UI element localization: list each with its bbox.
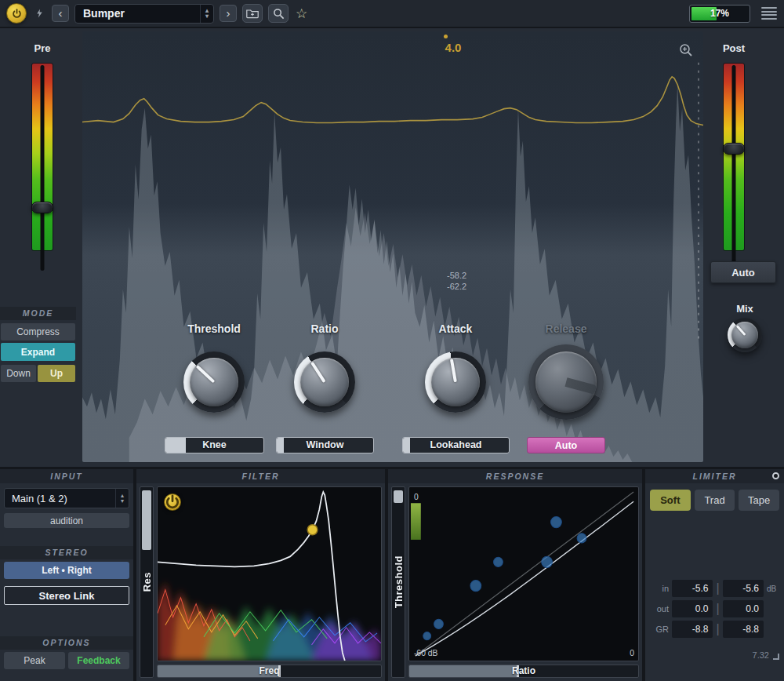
up-button[interactable]: Up <box>38 365 75 382</box>
lookahead-button-label: Lookahead <box>403 438 509 453</box>
stereo-header: STEREO <box>0 546 133 559</box>
mode-header: MODE <box>0 307 76 320</box>
freq-slider-label: Freq <box>158 665 381 677</box>
limiter-tape-button[interactable]: Tape <box>739 490 779 511</box>
res-slider[interactable]: Res <box>140 486 154 678</box>
favorite-star-icon[interactable]: ☆ <box>296 7 307 20</box>
attack-knob[interactable] <box>425 351 486 413</box>
compress-button[interactable]: Compress <box>1 323 75 340</box>
ratio-knob[interactable] <box>294 351 355 413</box>
marker-dot[interactable] <box>444 35 448 38</box>
input-panel: INPUT Main (1 & 2) ▴▾ audition STEREO Le… <box>0 469 133 681</box>
mix-knob[interactable] <box>728 318 762 352</box>
limiter-indicator[interactable] <box>772 472 779 479</box>
meter-value-right: -8.8 <box>723 621 764 638</box>
zoom-icon[interactable] <box>678 42 694 60</box>
filter-handle[interactable] <box>307 525 318 535</box>
options-header: OPTIONS <box>0 636 133 650</box>
input-source-value: Main (1 & 2) <box>12 493 67 504</box>
cpu-meter-value: 17% <box>690 5 750 22</box>
options-button-row: Peak Feedback <box>4 652 129 669</box>
menu-button[interactable] <box>760 5 778 21</box>
threshold-slider[interactable]: Threshold <box>391 486 405 678</box>
cpu-meter: 17% <box>689 5 750 23</box>
limiter-soft-button[interactable]: Soft <box>650 490 691 511</box>
meter-row-label: out <box>650 604 669 614</box>
release-knob-label: Release <box>515 322 617 335</box>
attack-knob-label: Attack <box>405 322 506 335</box>
expand-button[interactable]: Expand <box>1 343 75 361</box>
search-preset-button[interactable] <box>268 4 289 23</box>
meter-divider: | <box>716 581 719 595</box>
next-icon: › <box>227 6 230 20</box>
resize-handle[interactable] <box>773 654 779 660</box>
pre-meter[interactable] <box>31 63 53 251</box>
response-top-left-label: 0 <box>414 492 419 501</box>
stereo-mode-button[interactable]: Left • Right <box>4 562 129 579</box>
input-source-select[interactable]: Main (1 & 2) ▴▾ <box>4 488 129 508</box>
auto-gain-button[interactable]: Auto <box>710 261 776 283</box>
lightning-icon[interactable] <box>32 6 46 20</box>
post-meter[interactable] <box>723 63 745 251</box>
stereo-link-button[interactable]: Stereo Link <box>4 586 129 605</box>
level-readout-a: -58.2 <box>447 270 466 281</box>
window-button-label: Window <box>277 438 373 453</box>
meter-divider: | <box>716 622 719 636</box>
post-meter-label: Post <box>710 42 757 54</box>
mix-label: Mix <box>721 303 768 315</box>
response-display[interactable]: 0 -60 dB 0 <box>408 486 639 661</box>
preset-select[interactable]: Bumper ▴▾ <box>74 4 214 24</box>
threshold-knob[interactable] <box>183 351 245 413</box>
filter-panel-header: FILTER <box>136 469 385 483</box>
post-meter-groove <box>732 65 736 271</box>
peak-button[interactable]: Peak <box>4 652 65 669</box>
prev-icon: ‹ <box>59 6 63 20</box>
pre-meter-thumb[interactable] <box>31 202 53 213</box>
window-button[interactable]: Window <box>276 437 374 453</box>
select-arrows-icon: ▴▾ <box>200 5 213 23</box>
auto-release-button[interactable]: Auto <box>527 437 605 453</box>
filter-display[interactable] <box>157 486 382 661</box>
knee-button-label: Knee <box>165 438 263 453</box>
pre-meter-label: Pre <box>19 42 66 54</box>
meter-value-left: 0.0 <box>672 600 713 617</box>
res-slider-thumb[interactable] <box>142 490 151 550</box>
lookahead-button[interactable]: Lookahead <box>402 437 510 453</box>
transfer-curve <box>416 501 633 656</box>
spectrum-glow <box>158 582 381 661</box>
ratio-slider[interactable]: Ratio <box>408 665 639 678</box>
plugin-window: ‹ Bumper ▴▾ › ☆ 17% Pre MODE Compress Ex… <box>0 0 784 681</box>
post-meter-thumb[interactable] <box>723 143 745 155</box>
down-button[interactable]: Down <box>1 365 36 382</box>
release-knob[interactable] <box>528 344 604 420</box>
threshold-slider-thumb[interactable] <box>394 490 403 503</box>
audition-button[interactable]: audition <box>4 513 129 528</box>
filter-panel: FILTER Res <box>136 469 385 681</box>
top-value-readout[interactable]: 4.0 <box>430 41 477 54</box>
limiter-panel-header: LIMITER <box>645 469 784 483</box>
level-readout-b: -62.2 <box>447 281 466 292</box>
save-preset-button[interactable] <box>242 4 263 23</box>
power-button[interactable] <box>6 3 27 24</box>
meter-row-label: GR <box>650 625 669 634</box>
limiter-mode-row: Soft Trad Tape <box>650 490 779 511</box>
waveform-display[interactable]: 4.0 -58.2 -62.2 Threshold Ratio Attack R… <box>82 31 703 462</box>
ratio-slider-label: Ratio <box>409 665 638 677</box>
next-preset-button[interactable]: › <box>220 5 237 22</box>
meter-value-right: 0.0 <box>723 600 764 617</box>
search-icon <box>273 8 285 20</box>
feedback-button[interactable]: Feedback <box>68 652 129 669</box>
limiter-panel: LIMITER Soft Trad Tape in -5.6 | -5.6 dB… <box>645 469 784 681</box>
ratio-knob-label: Ratio <box>274 322 376 335</box>
folder-plus-icon <box>246 8 259 19</box>
freq-slider[interactable]: Freq <box>157 665 382 678</box>
prev-preset-button[interactable]: ‹ <box>52 5 69 22</box>
filter-power-button[interactable] <box>164 493 181 511</box>
limiter-trad-button[interactable]: Trad <box>695 490 735 511</box>
meter-value-right: -5.6 <box>723 580 764 597</box>
preset-name: Bumper <box>83 7 125 20</box>
meter-unit: dB <box>767 584 779 593</box>
gain-reduction-curve <box>82 77 703 126</box>
meter-row-label: in <box>650 584 669 593</box>
knee-button[interactable]: Knee <box>165 437 264 453</box>
